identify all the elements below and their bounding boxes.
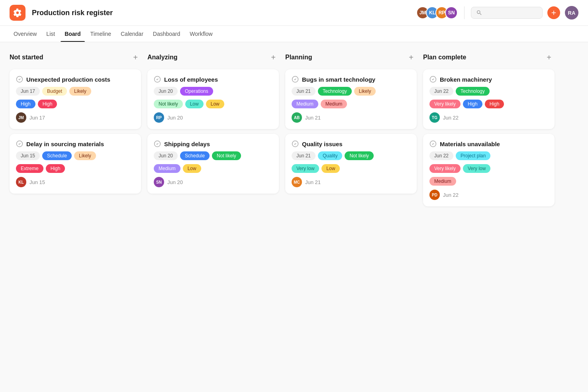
column-title-plan-complete: Plan complete [423, 54, 466, 61]
card-footer: JM Jun 17 [16, 112, 135, 123]
check-icon [429, 76, 437, 83]
add-card-planning[interactable]: + [406, 52, 417, 63]
team-avatars: JM KL RP SN [416, 6, 458, 19]
card-broken-machinery: Broken machinery Jun 22 Technology Very … [423, 69, 555, 129]
card-tags-2: Extreme High [16, 164, 135, 173]
card-tags-2: Very likely Very low [429, 164, 548, 173]
nav-overview[interactable]: Overview [10, 26, 41, 42]
card-footer: MC Jun 21 [292, 177, 410, 187]
column-header-plan-complete: Plan complete + [423, 52, 555, 63]
search-box[interactable] [471, 7, 543, 19]
tag-date: Jun 21 [292, 87, 316, 96]
tag-likely: Likely [69, 87, 91, 96]
tag-date: Jun 15 [16, 151, 40, 160]
navigation: Overview List Board Timeline Calendar Da… [0, 26, 588, 42]
card-avatar: AB [292, 112, 302, 123]
tag-not-likely: Not likely [154, 100, 183, 108]
card-date: Jun 20 [167, 179, 183, 185]
card-materials-unavailable: Materials unavailable Jun 22 Project pla… [423, 134, 555, 206]
add-card-analyzing[interactable]: + [268, 52, 279, 63]
tag-not-likely: Not likely [212, 151, 241, 160]
card-title: Delay in sourcing materials [26, 141, 104, 147]
tag-low-1: Low [185, 100, 204, 108]
column-header-analyzing: Analyzing + [147, 52, 279, 63]
tag-high: High [46, 164, 65, 173]
avatar-4[interactable]: SN [445, 6, 458, 19]
current-user-avatar[interactable]: RA [565, 6, 578, 20]
card-avatar: RP [154, 112, 164, 123]
nav-workflow[interactable]: Workflow [186, 26, 216, 42]
board: Not started + Unexpected production cost… [0, 42, 588, 221]
app-title: Production risk register [32, 9, 410, 17]
nav-timeline[interactable]: Timeline [86, 26, 115, 42]
card-tags-2: Medium Medium [292, 100, 410, 108]
card-avatar: KL [16, 177, 26, 187]
card-tags-2: Very low Low [292, 164, 410, 173]
app-icon [10, 5, 25, 21]
add-card-not-started[interactable]: + [130, 52, 141, 63]
card-tags-2: Not likely Low Low [154, 100, 272, 108]
card-footer: AB Jun 21 [292, 112, 410, 123]
card-tags: Jun 22 Technology [429, 87, 548, 96]
column-header-planning: Planning + [285, 52, 417, 63]
tag-low: Low [321, 164, 340, 173]
card-title: Loss of employees [164, 76, 218, 83]
card-title: Broken machinery [440, 76, 492, 83]
card-tags: Jun 22 Project plan [429, 151, 548, 160]
card-footer: KL Jun 15 [16, 177, 135, 187]
nav-calendar[interactable]: Calendar [117, 26, 147, 42]
column-title-not-started: Not started [10, 54, 43, 61]
card-date: Jun 21 [305, 115, 321, 121]
card-loss-employees: Loss of employees Jun 20 Operations Not … [147, 69, 279, 129]
column-title-analyzing: Analyzing [147, 54, 178, 61]
card-date: Jun 21 [305, 179, 321, 185]
tag-medium-1: Medium [292, 100, 318, 108]
tag-budget: Budget [42, 87, 67, 96]
check-icon [16, 76, 23, 83]
tag-date: Jun 20 [154, 87, 178, 96]
card-tags-2: Medium Low [154, 164, 272, 173]
tag-high-2: High [485, 100, 504, 108]
nav-dashboard[interactable]: Dashboard [149, 26, 184, 42]
column-title-planning: Planning [285, 54, 312, 61]
card-tags: Jun 21 Technology Likely [292, 87, 410, 96]
tag-high-2: High [38, 100, 57, 108]
card-title: Bugs in smart technology [302, 76, 375, 83]
gear-icon [13, 8, 22, 17]
check-icon [16, 140, 23, 147]
tag-medium: Medium [429, 177, 456, 186]
tag-not-likely: Not likely [345, 151, 374, 160]
card-tags: Jun 20 Schedule Not likely [154, 151, 272, 160]
card-footer: RP Jun 20 [154, 112, 272, 123]
tag-very-low: Very low [292, 164, 319, 173]
card-title: Unexpected production costs [26, 76, 110, 83]
check-icon [154, 140, 161, 147]
tag-project-plan: Project plan [456, 151, 490, 160]
plus-icon [550, 9, 557, 16]
tag-operations: Operations [180, 87, 213, 96]
column-not-started: Not started + Unexpected production cost… [10, 52, 141, 198]
tag-medium: Medium [154, 164, 180, 173]
column-header-not-started: Not started + [10, 52, 141, 63]
card-avatar: SN [154, 177, 164, 187]
tag-very-likely: Very likely [429, 164, 461, 173]
card-tags: Jun 20 Operations [154, 87, 272, 96]
card-date: Jun 17 [29, 115, 45, 121]
nav-list[interactable]: List [42, 26, 59, 42]
card-tags: Jun 15 Schedule Likely [16, 151, 135, 160]
tag-high-1: High [463, 100, 482, 108]
check-icon [154, 76, 161, 83]
card-title: Shipping delays [164, 141, 210, 147]
card-unexpected-production-costs: Unexpected production costs Jun 17 Budge… [10, 69, 141, 129]
tag-very-low: Very low [463, 164, 490, 173]
tag-technology: Technology [318, 87, 352, 96]
tag-quality: Quality [318, 151, 342, 160]
add-button[interactable] [547, 6, 560, 19]
add-card-plan-complete[interactable]: + [543, 52, 555, 63]
card-title: Materials unavailable [440, 141, 500, 147]
tag-date: Jun 22 [429, 87, 453, 96]
nav-board[interactable]: Board [61, 26, 84, 42]
card-avatar: TG [429, 112, 440, 123]
tag-date: Jun 17 [16, 87, 40, 96]
tag-date: Jun 20 [154, 151, 178, 160]
